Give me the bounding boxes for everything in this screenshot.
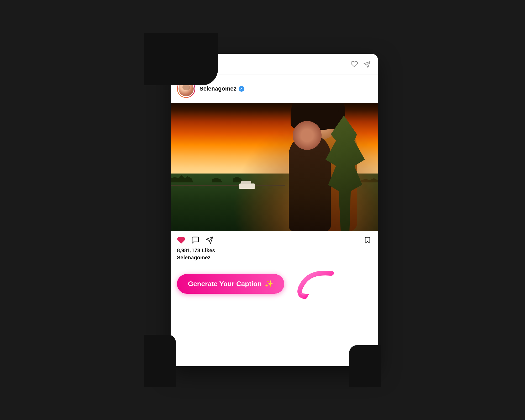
phone-corner-br	[349, 345, 381, 387]
action-left	[177, 236, 214, 244]
phone-corner-tl	[144, 33, 218, 85]
phone-corner-bl	[144, 335, 176, 387]
arrow-icon	[295, 268, 337, 300]
post-actions	[171, 231, 378, 248]
header-icons	[351, 60, 371, 70]
post-image	[171, 103, 378, 231]
like-button[interactable]	[177, 236, 185, 244]
generate-caption-button[interactable]: Generate Your Caption ✨	[177, 274, 284, 294]
comment-button[interactable]	[191, 236, 200, 244]
caption-section: Generate Your Caption ✨	[171, 265, 378, 306]
share-button[interactable]	[205, 236, 214, 244]
post-caption-username: Selenagomez	[171, 254, 378, 265]
instagram-card: Instagarm	[171, 54, 378, 366]
verified-badge: ✓	[239, 86, 244, 92]
fence	[171, 185, 285, 193]
generate-caption-label: Generate Your Caption	[188, 280, 262, 288]
figure-left	[289, 134, 331, 231]
sunset-scene	[171, 103, 378, 231]
phone-container: Instagarm	[144, 33, 381, 387]
likes-count: 8,981,178 Likes	[171, 248, 378, 254]
arrow-container	[295, 268, 337, 300]
username-row: Selenagomez ✓	[200, 85, 244, 92]
send-icon[interactable]	[363, 61, 371, 69]
heart-icon[interactable]	[351, 60, 358, 70]
bookmark-button[interactable]	[363, 236, 372, 244]
username[interactable]: Selenagomez	[200, 85, 237, 92]
magic-wand-icon: ✨	[265, 280, 273, 288]
profile-info: Selenagomez ✓	[200, 85, 244, 92]
car	[239, 183, 255, 189]
